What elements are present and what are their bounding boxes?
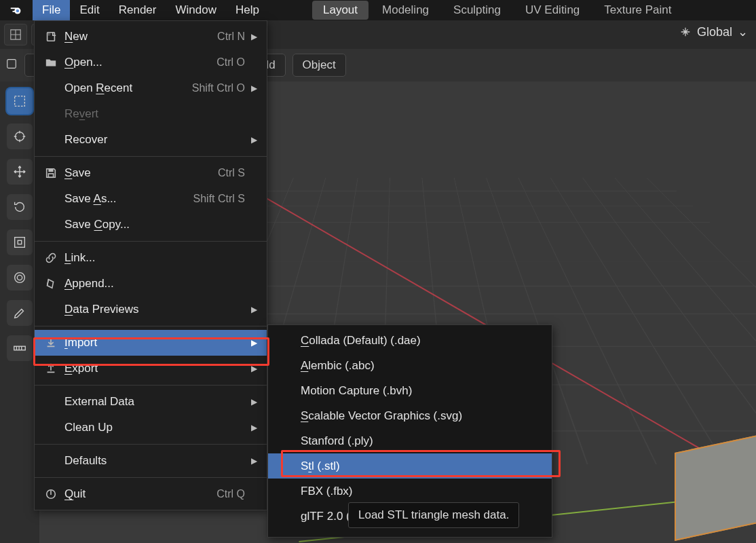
measure-tool[interactable] [7, 335, 33, 361]
snap-grid-icon[interactable] [4, 24, 27, 45]
file-menu-import[interactable]: Import▶ [35, 330, 267, 356]
workspace-tab-layout[interactable]: Layout [312, 1, 368, 20]
import-stanford-ply[interactable]: Stanford (.ply) [268, 428, 552, 453]
menu-label: New [64, 30, 217, 43]
cursor-tool[interactable] [7, 124, 33, 149]
submenu-arrow-icon: ▶ [250, 423, 257, 432]
export-icon [41, 362, 60, 375]
file-menu-data-previews[interactable]: Data Previews▶ [35, 297, 267, 322]
workspace-tabs: LayoutModelingSculptingUV EditingTexture… [312, 0, 685, 20]
import-collada-default-dae[interactable]: Collada (Default) (.dae) [268, 328, 552, 353]
import-alembic-abc[interactable]: Alembic (.abc) [268, 353, 552, 378]
svg-point-1 [16, 10, 20, 13]
submenu-arrow-icon: ▶ [250, 83, 257, 93]
menu-shortcut: Ctrl Q [216, 488, 245, 500]
menu-label: Clean Up [64, 421, 245, 434]
tooltip-stl: Load STL triangle mesh data. [348, 502, 519, 528]
file-menu-save[interactable]: SaveCtrl S [35, 160, 267, 186]
menu-label: Link... [64, 251, 245, 265]
file-menu-recover[interactable]: Recover▶ [35, 127, 267, 153]
quit-icon [41, 488, 60, 500]
append-icon [41, 278, 60, 290]
svg-rect-7 [15, 238, 25, 248]
submenu-arrow-icon: ▶ [250, 305, 257, 314]
rotate-tool[interactable] [7, 194, 33, 220]
menu-label: Save Copy... [64, 218, 245, 231]
menu-label: Data Previews [64, 303, 245, 316]
file-menu-save-as[interactable]: Save As...Shift Ctrl S [35, 186, 267, 212]
file-menu-link[interactable]: Link... [35, 245, 267, 271]
svg-rect-14 [48, 169, 53, 172]
top-menu-edit[interactable]: Edit [70, 0, 109, 20]
menu-label: External Data [64, 395, 245, 409]
file-menu-export[interactable]: Export▶ [35, 356, 267, 381]
editor-type-icon[interactable] [5, 58, 18, 73]
menu-label: Save [64, 166, 218, 180]
menu-label: Recover [64, 133, 245, 147]
import-stl-stl[interactable]: Stl (.stl) [268, 453, 552, 479]
menu-label: Append... [64, 277, 245, 291]
menu-shortcut: Shift Ctrl O [192, 82, 245, 94]
new-icon [41, 31, 60, 43]
svg-rect-4 [7, 60, 16, 69]
svg-rect-15 [48, 174, 53, 177]
file-menu-revert: Revert [35, 101, 267, 127]
top-menu-window[interactable]: Window [166, 0, 225, 20]
menu-label: Open Recent [64, 81, 192, 95]
file-menu-open-recent[interactable]: Open RecentShift Ctrl O▶ [35, 75, 267, 101]
top-menu-help[interactable]: Help [226, 0, 269, 20]
open-icon [41, 56, 60, 69]
blender-logo-icon[interactable] [0, 0, 33, 20]
menu-label: Open... [64, 56, 216, 69]
scale-tool[interactable] [7, 229, 33, 255]
svg-rect-5 [15, 96, 25, 107]
workspace-tab-texture-paint[interactable]: Texture Paint [593, 1, 682, 20]
save-icon [41, 167, 60, 179]
annotate-tool[interactable] [7, 300, 33, 326]
workspace-tab-modeling[interactable]: Modeling [371, 1, 440, 20]
svg-rect-11 [14, 346, 26, 350]
select-box-tool[interactable] [7, 88, 33, 114]
top-menu-file[interactable]: File [33, 0, 70, 20]
file-menu-quit[interactable]: QuitCtrl Q [35, 481, 267, 507]
submenu-arrow-icon: ▶ [250, 338, 257, 348]
chevron-down-icon: ⌄ [738, 24, 748, 39]
svg-point-10 [17, 275, 22, 280]
svg-rect-8 [18, 240, 22, 244]
file-menu-new[interactable]: NewCtrl N▶ [35, 24, 267, 50]
submenu-arrow-icon: ▶ [250, 364, 257, 373]
menu-label: Export [64, 362, 245, 375]
file-menu-clean-up[interactable]: Clean Up▶ [35, 415, 267, 441]
menu-label: Defaults [64, 454, 245, 468]
link-icon [41, 252, 60, 264]
import-icon [41, 337, 60, 349]
file-menu-save-copy[interactable]: Save Copy... [35, 212, 267, 238]
file-menu-open[interactable]: Open...Ctrl O [35, 50, 267, 75]
file-menu-append[interactable]: Append... [35, 271, 267, 297]
menu-label: Import [64, 336, 245, 350]
file-menu-dropdown: NewCtrl N▶Open...Ctrl OOpen RecentShift … [34, 20, 267, 510]
submenu-arrow-icon: ▶ [250, 397, 257, 407]
menu-shortcut: Ctrl S [218, 167, 245, 179]
menu-label: Revert [64, 107, 245, 121]
menu-shortcut: Ctrl N [217, 31, 245, 43]
orientation-label: Global [697, 25, 732, 39]
svg-point-6 [16, 132, 24, 141]
workspace-tab-sculpting[interactable]: Sculpting [442, 1, 512, 20]
menu-shortcut: Ctrl O [216, 56, 245, 69]
import-motion-capture-bvh[interactable]: Motion Capture (.bvh) [268, 378, 552, 403]
import-fbx-fbx[interactable]: FBX (.fbx) [268, 479, 552, 504]
import-scalable-vector-graphics-svg[interactable]: Scalable Vector Graphics (.svg) [268, 403, 552, 428]
file-menu-defaults[interactable]: Defaults▶ [35, 448, 267, 474]
move-tool[interactable] [7, 159, 33, 185]
workspace-tab-uv-editing[interactable]: UV Editing [514, 1, 590, 20]
menu-shortcut: Shift Ctrl S [193, 193, 245, 205]
top-menu-render[interactable]: Render [109, 0, 166, 20]
submenu-arrow-icon: ▶ [250, 135, 257, 145]
object-menu[interactable]: Object [292, 54, 346, 77]
orientation-dropdown[interactable]: Global ⌄ [679, 24, 748, 39]
svg-point-9 [15, 273, 25, 283]
submenu-arrow-icon: ▶ [250, 456, 257, 466]
file-menu-external-data[interactable]: External Data▶ [35, 389, 267, 415]
transform-tool[interactable] [7, 265, 33, 291]
